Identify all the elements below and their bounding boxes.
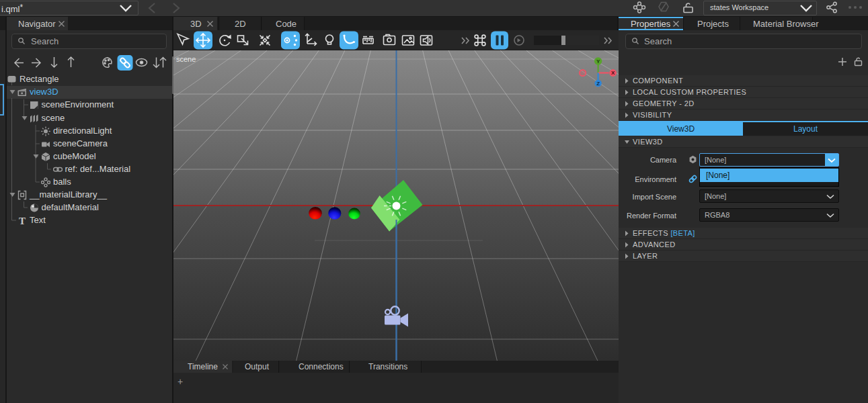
svg-text:scene: scene: [176, 55, 196, 63]
svg-text:Z: Z: [596, 81, 600, 87]
svg-text:T: T: [19, 216, 26, 226]
svg-text:X: X: [611, 70, 615, 76]
svg-text:Y: Y: [596, 58, 600, 64]
